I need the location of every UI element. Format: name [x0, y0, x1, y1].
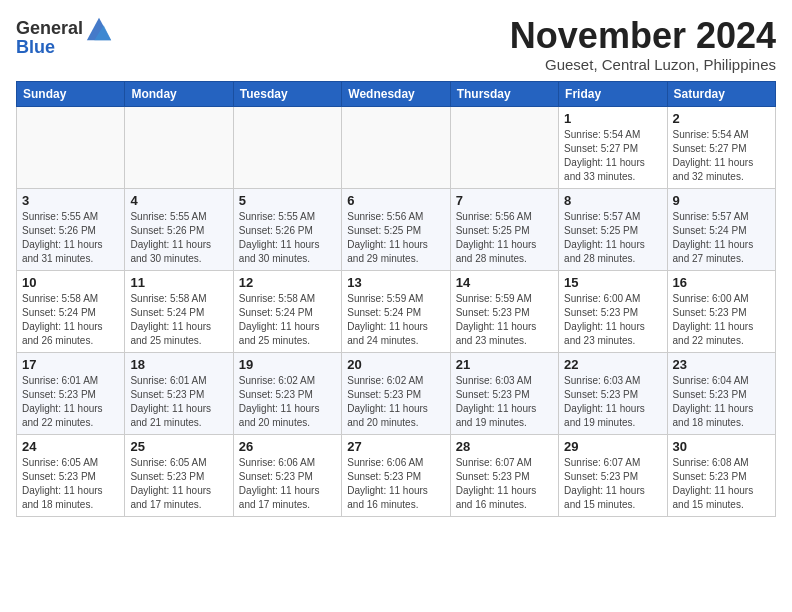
calendar-cell: 11Sunrise: 5:58 AM Sunset: 5:24 PM Dayli…	[125, 270, 233, 352]
day-number: 27	[347, 439, 444, 454]
day-number: 12	[239, 275, 336, 290]
day-detail: Sunrise: 6:07 AM Sunset: 5:23 PM Dayligh…	[564, 456, 661, 512]
calendar-cell: 20Sunrise: 6:02 AM Sunset: 5:23 PM Dayli…	[342, 352, 450, 434]
logo-general-text: General	[16, 19, 83, 39]
day-number: 8	[564, 193, 661, 208]
day-number: 4	[130, 193, 227, 208]
day-detail: Sunrise: 6:07 AM Sunset: 5:23 PM Dayligh…	[456, 456, 553, 512]
day-detail: Sunrise: 6:08 AM Sunset: 5:23 PM Dayligh…	[673, 456, 770, 512]
day-detail: Sunrise: 6:01 AM Sunset: 5:23 PM Dayligh…	[22, 374, 119, 430]
location-text: Gueset, Central Luzon, Philippines	[510, 56, 776, 73]
calendar-cell: 2Sunrise: 5:54 AM Sunset: 5:27 PM Daylig…	[667, 106, 775, 188]
day-number: 24	[22, 439, 119, 454]
calendar-week-3: 10Sunrise: 5:58 AM Sunset: 5:24 PM Dayli…	[17, 270, 776, 352]
day-number: 17	[22, 357, 119, 372]
calendar-cell: 18Sunrise: 6:01 AM Sunset: 5:23 PM Dayli…	[125, 352, 233, 434]
day-detail: Sunrise: 5:56 AM Sunset: 5:25 PM Dayligh…	[456, 210, 553, 266]
day-number: 16	[673, 275, 770, 290]
day-detail: Sunrise: 6:06 AM Sunset: 5:23 PM Dayligh…	[347, 456, 444, 512]
day-number: 11	[130, 275, 227, 290]
logo-blue-text: Blue	[16, 38, 55, 58]
day-number: 1	[564, 111, 661, 126]
calendar-week-1: 1Sunrise: 5:54 AM Sunset: 5:27 PM Daylig…	[17, 106, 776, 188]
day-number: 18	[130, 357, 227, 372]
day-number: 30	[673, 439, 770, 454]
weekday-header-sunday: Sunday	[17, 81, 125, 106]
calendar-cell: 24Sunrise: 6:05 AM Sunset: 5:23 PM Dayli…	[17, 434, 125, 516]
calendar-cell	[233, 106, 341, 188]
title-block: November 2024 Gueset, Central Luzon, Phi…	[510, 16, 776, 73]
calendar-cell: 7Sunrise: 5:56 AM Sunset: 5:25 PM Daylig…	[450, 188, 558, 270]
day-number: 29	[564, 439, 661, 454]
day-detail: Sunrise: 6:00 AM Sunset: 5:23 PM Dayligh…	[673, 292, 770, 348]
calendar-cell: 22Sunrise: 6:03 AM Sunset: 5:23 PM Dayli…	[559, 352, 667, 434]
day-detail: Sunrise: 5:58 AM Sunset: 5:24 PM Dayligh…	[239, 292, 336, 348]
day-detail: Sunrise: 6:00 AM Sunset: 5:23 PM Dayligh…	[564, 292, 661, 348]
weekday-header-friday: Friday	[559, 81, 667, 106]
calendar-cell	[125, 106, 233, 188]
page-header: General Blue November 2024 Gueset, Centr…	[16, 16, 776, 73]
day-number: 19	[239, 357, 336, 372]
calendar-cell	[450, 106, 558, 188]
calendar-cell: 13Sunrise: 5:59 AM Sunset: 5:24 PM Dayli…	[342, 270, 450, 352]
calendar-cell: 5Sunrise: 5:55 AM Sunset: 5:26 PM Daylig…	[233, 188, 341, 270]
day-number: 14	[456, 275, 553, 290]
calendar-cell: 21Sunrise: 6:03 AM Sunset: 5:23 PM Dayli…	[450, 352, 558, 434]
day-number: 28	[456, 439, 553, 454]
calendar-cell: 23Sunrise: 6:04 AM Sunset: 5:23 PM Dayli…	[667, 352, 775, 434]
day-detail: Sunrise: 5:54 AM Sunset: 5:27 PM Dayligh…	[673, 128, 770, 184]
day-detail: Sunrise: 5:56 AM Sunset: 5:25 PM Dayligh…	[347, 210, 444, 266]
day-number: 22	[564, 357, 661, 372]
day-number: 26	[239, 439, 336, 454]
day-detail: Sunrise: 5:59 AM Sunset: 5:24 PM Dayligh…	[347, 292, 444, 348]
day-number: 23	[673, 357, 770, 372]
calendar-cell: 8Sunrise: 5:57 AM Sunset: 5:25 PM Daylig…	[559, 188, 667, 270]
calendar-cell	[342, 106, 450, 188]
calendar-cell: 12Sunrise: 5:58 AM Sunset: 5:24 PM Dayli…	[233, 270, 341, 352]
calendar-cell: 26Sunrise: 6:06 AM Sunset: 5:23 PM Dayli…	[233, 434, 341, 516]
day-number: 9	[673, 193, 770, 208]
calendar-cell: 30Sunrise: 6:08 AM Sunset: 5:23 PM Dayli…	[667, 434, 775, 516]
day-number: 21	[456, 357, 553, 372]
calendar-cell: 28Sunrise: 6:07 AM Sunset: 5:23 PM Dayli…	[450, 434, 558, 516]
day-detail: Sunrise: 5:59 AM Sunset: 5:23 PM Dayligh…	[456, 292, 553, 348]
calendar-cell: 19Sunrise: 6:02 AM Sunset: 5:23 PM Dayli…	[233, 352, 341, 434]
day-detail: Sunrise: 6:04 AM Sunset: 5:23 PM Dayligh…	[673, 374, 770, 430]
calendar-cell: 29Sunrise: 6:07 AM Sunset: 5:23 PM Dayli…	[559, 434, 667, 516]
calendar-cell	[17, 106, 125, 188]
day-detail: Sunrise: 5:58 AM Sunset: 5:24 PM Dayligh…	[22, 292, 119, 348]
calendar-cell: 3Sunrise: 5:55 AM Sunset: 5:26 PM Daylig…	[17, 188, 125, 270]
day-detail: Sunrise: 6:02 AM Sunset: 5:23 PM Dayligh…	[239, 374, 336, 430]
calendar-cell: 16Sunrise: 6:00 AM Sunset: 5:23 PM Dayli…	[667, 270, 775, 352]
day-number: 7	[456, 193, 553, 208]
day-number: 3	[22, 193, 119, 208]
day-number: 5	[239, 193, 336, 208]
calendar-week-5: 24Sunrise: 6:05 AM Sunset: 5:23 PM Dayli…	[17, 434, 776, 516]
day-detail: Sunrise: 6:03 AM Sunset: 5:23 PM Dayligh…	[456, 374, 553, 430]
calendar-cell: 4Sunrise: 5:55 AM Sunset: 5:26 PM Daylig…	[125, 188, 233, 270]
calendar-cell: 1Sunrise: 5:54 AM Sunset: 5:27 PM Daylig…	[559, 106, 667, 188]
day-number: 20	[347, 357, 444, 372]
day-number: 10	[22, 275, 119, 290]
day-number: 2	[673, 111, 770, 126]
calendar-cell: 17Sunrise: 6:01 AM Sunset: 5:23 PM Dayli…	[17, 352, 125, 434]
month-title: November 2024	[510, 16, 776, 56]
day-detail: Sunrise: 5:55 AM Sunset: 5:26 PM Dayligh…	[239, 210, 336, 266]
day-detail: Sunrise: 5:58 AM Sunset: 5:24 PM Dayligh…	[130, 292, 227, 348]
weekday-header-row: SundayMondayTuesdayWednesdayThursdayFrid…	[17, 81, 776, 106]
weekday-header-tuesday: Tuesday	[233, 81, 341, 106]
calendar-cell: 9Sunrise: 5:57 AM Sunset: 5:24 PM Daylig…	[667, 188, 775, 270]
day-number: 6	[347, 193, 444, 208]
logo-icon	[85, 14, 113, 42]
day-detail: Sunrise: 6:03 AM Sunset: 5:23 PM Dayligh…	[564, 374, 661, 430]
calendar-cell: 10Sunrise: 5:58 AM Sunset: 5:24 PM Dayli…	[17, 270, 125, 352]
day-detail: Sunrise: 6:05 AM Sunset: 5:23 PM Dayligh…	[22, 456, 119, 512]
day-detail: Sunrise: 5:54 AM Sunset: 5:27 PM Dayligh…	[564, 128, 661, 184]
calendar-table: SundayMondayTuesdayWednesdayThursdayFrid…	[16, 81, 776, 517]
day-number: 13	[347, 275, 444, 290]
calendar-week-4: 17Sunrise: 6:01 AM Sunset: 5:23 PM Dayli…	[17, 352, 776, 434]
day-number: 25	[130, 439, 227, 454]
day-detail: Sunrise: 6:06 AM Sunset: 5:23 PM Dayligh…	[239, 456, 336, 512]
calendar-cell: 27Sunrise: 6:06 AM Sunset: 5:23 PM Dayli…	[342, 434, 450, 516]
weekday-header-wednesday: Wednesday	[342, 81, 450, 106]
